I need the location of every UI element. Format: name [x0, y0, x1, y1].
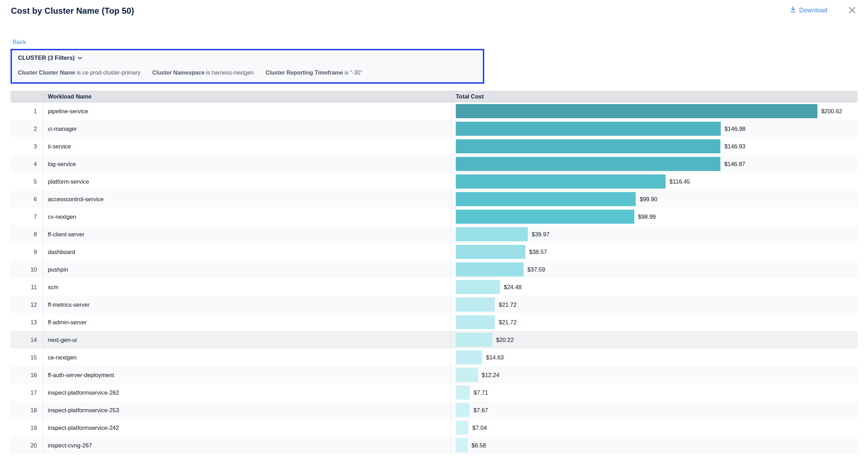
- close-icon[interactable]: [848, 6, 857, 15]
- workload-name-cell: inspect-platformservice-253: [43, 401, 451, 419]
- row-rank: 9: [11, 243, 43, 261]
- filter-clause-condition: is ce-prod-cluster-primary: [77, 70, 140, 76]
- table-row[interactable]: 4log-service$146.87: [11, 155, 857, 173]
- table-row[interactable]: 7cv-nextgen$98.99: [11, 208, 857, 225]
- total-cost-cell: $99.90: [451, 190, 857, 208]
- cost-bar[interactable]: [456, 210, 634, 224]
- filter-clause-label: Cluster Namespace: [153, 70, 206, 76]
- total-cost-cell: $12.24: [451, 366, 857, 384]
- total-cost-cell: $14.63: [451, 349, 857, 366]
- table-row[interactable]: 13ff-admin-server$21.72: [11, 313, 857, 331]
- total-cost-cell: $200.62: [451, 102, 857, 120]
- table-row[interactable]: 20inspect-cvng-267$6.58: [11, 437, 857, 454]
- cost-bar[interactable]: [456, 298, 495, 312]
- cost-value-label: $146.93: [724, 143, 745, 150]
- cost-bar[interactable]: [456, 227, 528, 241]
- cost-value-label: $12.24: [482, 372, 499, 379]
- download-icon: [790, 6, 796, 15]
- cost-bar[interactable]: [456, 104, 817, 118]
- row-rank: 19: [11, 419, 43, 437]
- filter-clause[interactable]: Cluster Cluster Name is ce-prod-cluster-…: [18, 69, 141, 76]
- cost-bar[interactable]: [456, 438, 468, 452]
- table-row[interactable]: 19inspect-platformservice-242$7.04: [11, 419, 857, 437]
- cost-value-label: $20.22: [496, 337, 514, 343]
- table-row[interactable]: 9dashboard$38.57: [11, 243, 857, 261]
- cost-bar[interactable]: [456, 403, 469, 417]
- row-rank: 10: [11, 261, 43, 278]
- cost-table: Workload Name Total Cost 1pipeline-servi…: [11, 91, 857, 454]
- total-cost-cell: $7.67: [451, 401, 857, 419]
- workload-name-cell: log-service: [43, 155, 451, 173]
- cost-bar[interactable]: [456, 139, 720, 153]
- table-row[interactable]: 14next-gen-ui$20.22: [11, 331, 857, 349]
- row-rank: 13: [11, 313, 43, 331]
- back-link[interactable]: Back: [13, 39, 26, 46]
- table-row[interactable]: 1pipeline-service$200.62: [11, 102, 857, 120]
- total-cost-column-header: Total Cost: [451, 91, 857, 102]
- workload-name-cell: cv-nextgen: [43, 208, 451, 225]
- cost-value-label: $6.58: [472, 442, 486, 449]
- table-row[interactable]: 12ff-metrics-server$21.72: [11, 296, 857, 313]
- row-rank: 20: [11, 437, 43, 454]
- table-row[interactable]: 10pushpin$37.59: [11, 261, 857, 278]
- table-row[interactable]: 8ff-client-server$39.97: [11, 225, 857, 243]
- row-rank: 1: [11, 102, 43, 120]
- cost-bar[interactable]: [456, 315, 495, 329]
- workload-name-cell: dashboard: [43, 243, 451, 261]
- cost-bar[interactable]: [456, 280, 500, 294]
- workload-name-cell: next-gen-ui: [43, 331, 451, 349]
- cost-bar[interactable]: [456, 333, 492, 347]
- table-row[interactable]: 11scm$24.48: [11, 278, 857, 296]
- table-row[interactable]: 18inspect-platformservice-253$7.67: [11, 401, 857, 419]
- download-button[interactable]: Download: [790, 6, 827, 15]
- filter-panel: CLUSTER (3 Filters) Cluster Cluster Name…: [11, 49, 484, 84]
- table-row[interactable]: 15ce-nextgen$14.63: [11, 349, 857, 366]
- cost-bar[interactable]: [456, 262, 524, 276]
- cost-bar[interactable]: [456, 192, 636, 206]
- cost-bar[interactable]: [456, 350, 482, 364]
- header-actions: Download: [790, 6, 857, 15]
- total-cost-cell: $37.59: [451, 261, 857, 278]
- cost-bar[interactable]: [456, 122, 721, 136]
- cost-bar[interactable]: [456, 421, 468, 435]
- filter-summary-toggle[interactable]: CLUSTER (3 Filters): [18, 54, 477, 62]
- page-title: Cost by Cluster Name (Top 50): [11, 6, 790, 16]
- total-cost-cell: $7.71: [451, 384, 857, 401]
- filter-clause[interactable]: Cluster Namespace is harness-nextgen: [153, 69, 254, 76]
- filter-clause[interactable]: Cluster Reporting Timeframe is "-30": [266, 69, 362, 76]
- workload-name-cell: pipeline-service: [43, 102, 451, 120]
- table-body: 1pipeline-service$200.622ci-manager$146.…: [11, 102, 857, 454]
- row-rank: 7: [11, 208, 43, 225]
- filter-clause-condition: is harness-nextgen: [206, 70, 254, 76]
- cost-bar[interactable]: [456, 386, 470, 400]
- table-row[interactable]: 17inspect-platformservice-262$7.71: [11, 384, 857, 401]
- cost-value-label: $21.72: [499, 301, 516, 308]
- cost-value-label: $21.72: [499, 319, 516, 326]
- total-cost-cell: $21.72: [451, 313, 857, 331]
- row-rank: 5: [11, 173, 43, 190]
- cost-bar[interactable]: [456, 368, 478, 382]
- table-row[interactable]: 6accesscontrol-service$99.90: [11, 190, 857, 208]
- table-row[interactable]: 3ti-service$146.93: [11, 138, 857, 155]
- table-row[interactable]: 5platform-service$116.45: [11, 173, 857, 190]
- total-cost-cell: $146.93: [451, 138, 857, 155]
- cost-value-label: $116.45: [669, 178, 690, 185]
- dialog-header: Cost by Cluster Name (Top 50) Download: [0, 0, 868, 17]
- workload-name-column-header: Workload Name: [43, 91, 451, 102]
- cost-bar[interactable]: [456, 174, 666, 189]
- cost-bar[interactable]: [456, 245, 525, 259]
- filter-clause-label: Cluster Cluster Name: [18, 70, 77, 76]
- total-cost-cell: $146.98: [451, 120, 857, 138]
- filter-clause-label: Cluster Reporting Timeframe: [266, 70, 345, 76]
- table-header: Workload Name Total Cost: [11, 91, 857, 102]
- row-rank: 6: [11, 190, 43, 208]
- cost-bar[interactable]: [456, 157, 720, 171]
- total-cost-cell: $7.04: [451, 419, 857, 437]
- table-row[interactable]: 2ci-manager$146.98: [11, 120, 857, 138]
- row-rank: 2: [11, 120, 43, 138]
- total-cost-cell: $24.48: [451, 278, 857, 296]
- table-row[interactable]: 16ff-auth-server-deployment$12.24: [11, 366, 857, 384]
- total-cost-cell: $20.22: [451, 331, 857, 349]
- row-rank: 3: [11, 138, 43, 155]
- total-cost-cell: $21.72: [451, 296, 857, 313]
